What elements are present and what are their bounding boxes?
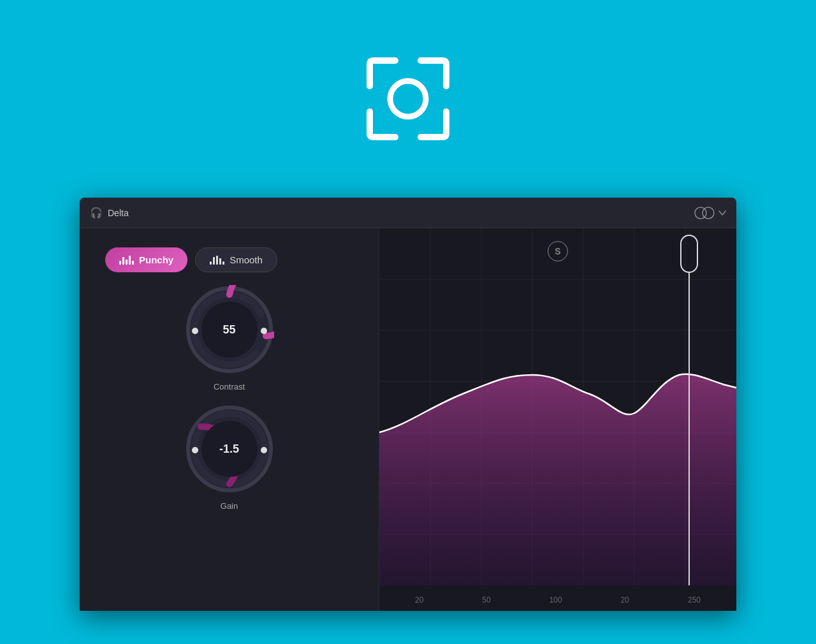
contrast-knob[interactable]: 55 [185, 285, 274, 374]
left-panel: Punchy Smooth [80, 228, 379, 611]
plugin-panel: 🎧 Delta [80, 198, 736, 611]
top-area [0, 0, 816, 198]
x-label-200: 20 [621, 596, 629, 604]
s-label: S [555, 246, 560, 256]
title-bar: 🎧 Delta [80, 198, 736, 228]
gain-label: Gain [221, 501, 238, 511]
x-label-20: 20 [415, 596, 423, 604]
svg-point-2 [703, 207, 714, 219]
ear-icon: 🎧 [90, 207, 103, 219]
smooth-label: Smooth [229, 254, 263, 265]
x-label-100: 100 [550, 596, 562, 604]
graph-grid [379, 228, 736, 585]
punchy-button[interactable]: Punchy [105, 247, 187, 272]
bars-icon-punchy [119, 256, 134, 265]
svg-point-11 [192, 447, 198, 453]
gain-knob[interactable]: -1.5 [185, 404, 274, 494]
punchy-label: Punchy [139, 254, 173, 265]
x-label-250: 250 [688, 596, 701, 604]
svg-point-12 [261, 447, 267, 453]
title-right-controls[interactable] [693, 207, 726, 219]
vertical-handle[interactable] [680, 235, 698, 273]
gain-knob-container: -1.5 Gain [185, 404, 274, 511]
plugin-wrapper: 🎧 Delta [0, 198, 816, 644]
svg-point-0 [390, 81, 426, 117]
capture-icon [351, 41, 465, 156]
x-label-50: 50 [482, 596, 490, 604]
graph-panel: S 20 50 100 20 250 [379, 228, 736, 611]
gain-value: -1.5 [219, 443, 239, 456]
main-content: Punchy Smooth [80, 228, 736, 611]
plugin-title: Delta [108, 208, 129, 218]
contrast-label: Contrast [214, 382, 245, 392]
svg-point-6 [192, 328, 198, 334]
bars-icon-smooth [210, 256, 224, 265]
s-button[interactable]: S [548, 241, 568, 261]
x-axis-labels: 20 50 100 20 250 [379, 596, 736, 604]
vertical-line [688, 273, 690, 585]
smooth-button[interactable]: Smooth [195, 247, 277, 272]
svg-point-7 [261, 328, 267, 334]
contrast-value: 55 [222, 323, 235, 337]
contrast-knob-container: 55 Contrast [185, 285, 274, 392]
mode-buttons: Punchy Smooth [99, 247, 360, 272]
